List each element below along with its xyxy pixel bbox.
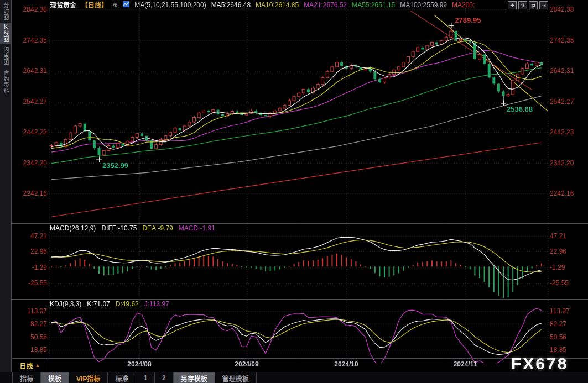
axis-label: 2742.35 (12, 36, 47, 44)
tab-templates[interactable]: 模板 (41, 372, 69, 383)
timeframe-button[interactable]: 日线 ▲ (13, 360, 47, 371)
axis-label: 2742.35 (550, 36, 574, 44)
annotation-swing-high: 2789.95 (455, 16, 481, 24)
chart-type-sidebar: 分时图 K线图 闪电图 合约资料 (0, 0, 12, 372)
annotation-swing-low-1: 2352.99 (102, 161, 128, 170)
chart-style-icon[interactable] (123, 1, 129, 9)
axis-label: 50.56 (550, 333, 566, 341)
axis-label: 113.97 (550, 307, 570, 315)
fx678-watermark: FX678 (511, 354, 568, 373)
trading-app-window: 分时图 K线图 闪电图 合约资料 现货黄金 【日线】 ⊕ MA(5,10,21,… (0, 0, 588, 383)
axis-label: 113.97 (12, 307, 47, 315)
tab-save-template[interactable]: 另存模板 (174, 372, 215, 383)
period-label: 【日线】 (81, 0, 108, 9)
macd-title: MACD(26,12,9) (50, 224, 96, 232)
axis-label: 2442.23 (12, 128, 47, 136)
chart-header: 现货黄金 【日线】 ⊕ MA(5,10,21,55,100,200) MA5:2… (50, 1, 480, 9)
triangle-up-icon: ▲ (35, 363, 40, 368)
axis-label: 2842.38 (12, 6, 47, 13)
axis-label: 47.21 (550, 232, 566, 240)
tab-template-2[interactable]: 2 (155, 372, 174, 383)
axis-label: 2542.27 (12, 98, 47, 106)
sidebar-tab-time-chart[interactable]: 分时图 (0, 2, 11, 20)
axis-label: 2542.27 (550, 98, 574, 106)
ma55-value: MA55:2651.15 (352, 1, 395, 9)
annotation-swing-low-2: 2536.68 (507, 105, 533, 113)
axis-label: 2842.38 (550, 6, 574, 13)
axis-label: 2342.20 (12, 159, 47, 167)
ma10-value: MA10:2614.85 (256, 1, 299, 9)
axis-label: -1.29 (550, 264, 565, 271)
vertical-scale-icon[interactable]: ⇅ (518, 1, 527, 9)
axis-label: 18.85 (550, 346, 566, 354)
macd-macd: MACD:-1.91 (179, 224, 215, 232)
tab-manage-template[interactable]: 管理模板 (215, 372, 257, 383)
sidebar-tab-lightning-chart[interactable]: 闪电图 (0, 46, 11, 66)
sidebar-tab-contract-info[interactable]: 合约资料 (0, 68, 11, 96)
shift-right-icon[interactable]: ⇥ (539, 1, 548, 9)
axis-label: 22.96 (550, 248, 566, 255)
axis-label: 50.56 (12, 333, 47, 341)
ma21-value: MA21:2676.52 (304, 1, 347, 9)
chart-tool-icons: ✚ ⇅ ⇄ ⇥ (508, 1, 548, 9)
axis-label: -25.55 (12, 279, 47, 287)
axis-label: 18.85 (12, 346, 47, 354)
kdj-d: D:49.62 (116, 300, 139, 308)
macd-diff: DIFF:-10.75 (101, 224, 137, 232)
crosshair-icon[interactable]: ✚ (508, 1, 517, 9)
tab-template-1[interactable]: 1 (136, 372, 155, 383)
axis-label: 2642.31 (550, 67, 574, 75)
x-tick-2024-09: 2024/09 (227, 360, 266, 368)
macd-panel-header: MACD(26,12,9) DIFF:-10.75 DEA:-9.79 MACD… (50, 224, 215, 232)
kdj-j: J:113.97 (144, 300, 169, 308)
tab-standard[interactable]: 标准 (108, 372, 136, 383)
axis-label: 2242.16 (12, 190, 47, 197)
tab-indicators[interactable]: 指标 (12, 372, 41, 383)
ma100-value: MA100:2559.99 (400, 1, 447, 9)
axis-label: -25.55 (550, 279, 569, 287)
axis-label: 82.27 (12, 320, 47, 328)
x-tick-2024-11: 2024/11 (446, 360, 485, 368)
ma-caption: MA(5,10,21,55,100,200) (134, 1, 206, 9)
axis-label: 2642.31 (12, 67, 47, 75)
x-tick-2024-08: 2024/08 (120, 360, 159, 368)
axis-label: 82.27 (550, 320, 566, 328)
axis-label: 2342.20 (550, 159, 574, 167)
symbol-title: 现货黄金 (50, 0, 76, 9)
kdj-title: KDJ(9,3,3) (50, 300, 81, 308)
timeframe-label: 日线 (20, 361, 33, 370)
tab-vip-indicators[interactable]: VIP指标 (69, 372, 108, 383)
circle-plus-icon[interactable]: ⊕ (113, 1, 118, 8)
horizontal-scale-icon[interactable]: ⇄ (529, 1, 538, 9)
kdj-k: K:71.07 (87, 300, 110, 308)
ma5-value: MA5:2646.48 (211, 1, 251, 9)
axis-label: 2242.16 (550, 190, 574, 197)
price-chart-canvas[interactable] (0, 0, 588, 383)
axis-label: -1.29 (12, 264, 47, 271)
macd-dea: DEA:-9.79 (142, 224, 173, 232)
x-tick-2024-10: 2024/10 (327, 360, 366, 368)
axis-label: 22.96 (12, 248, 47, 255)
axis-label: 2442.23 (550, 128, 574, 136)
bottom-toolbar: 指标 模板 VIP指标 标准 1 2 另存模板 管理模板 (0, 372, 588, 383)
axis-label: 47.21 (12, 232, 47, 240)
ma200-value: MA200: (452, 1, 475, 9)
kdj-panel-header: KDJ(9,3,3) K:71.07 D:49.62 J:113.97 (50, 300, 169, 308)
sidebar-tab-kline-chart[interactable]: K线图 (0, 23, 11, 44)
